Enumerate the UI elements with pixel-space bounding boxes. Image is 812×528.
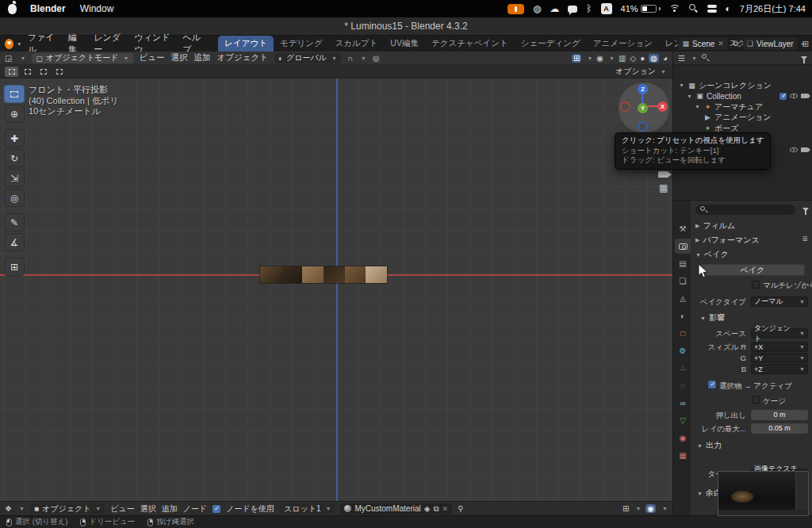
slot-dropdown[interactable]: スロット1 ▼ bbox=[280, 503, 335, 514]
material-datablock[interactable]: MyCustomMaterial ◈ ⧉ ✕ bbox=[340, 503, 452, 515]
snap-magnet-icon[interactable]: ∩ bbox=[347, 54, 353, 63]
object-menu[interactable]: オブジェクト bbox=[217, 52, 268, 63]
shading-solid-icon[interactable]: ● bbox=[640, 54, 645, 63]
navigation-gizmo[interactable]: Z X Y bbox=[619, 82, 669, 133]
gizmo-minus-x-dot[interactable] bbox=[620, 101, 630, 112]
editor-type-icon[interactable]: ◲ bbox=[5, 54, 12, 63]
mode-selector[interactable]: ◻ オブジェクトモード ▼ bbox=[32, 53, 132, 63]
clock[interactable]: 7月26日(土) 7:44 bbox=[740, 3, 806, 15]
ray-distance-field[interactable]: 0.05 m bbox=[751, 423, 808, 434]
shading-rendered-icon[interactable]: ◕ bbox=[663, 54, 668, 63]
messages-icon[interactable] bbox=[568, 6, 577, 13]
bake-button[interactable]: ベイク bbox=[700, 264, 805, 276]
tab-modeling[interactable]: モデリング bbox=[274, 36, 329, 52]
shader-node-menu[interactable]: ノード bbox=[183, 503, 207, 515]
add-menu[interactable]: 追加 bbox=[194, 52, 211, 63]
viewport-canvas[interactable]: ⊕ ✚ ↻ ⇲ ◎ ✎ ∡ ⊞ フロント・平行投影 (40) Collectio… bbox=[0, 78, 672, 501]
input-source-icon[interactable]: A bbox=[601, 3, 612, 14]
eye-icon[interactable] bbox=[790, 94, 798, 98]
tool-cursor[interactable]: ⊕ bbox=[4, 105, 25, 123]
tab-material[interactable]: ◉ bbox=[675, 430, 691, 446]
tool-rotate[interactable]: ↻ bbox=[4, 149, 25, 167]
multires-checkbox[interactable] bbox=[752, 281, 760, 289]
panel-film[interactable]: ▶ フィルム bbox=[695, 220, 735, 231]
camera-visibility-icon[interactable] bbox=[801, 147, 808, 152]
space-dropdown[interactable]: タンジェント ▼ bbox=[751, 328, 808, 339]
tool-measure[interactable]: ∡ bbox=[4, 233, 25, 251]
tab-texture[interactable]: ▦ bbox=[675, 448, 691, 463]
tab-scene[interactable]: ◬ bbox=[675, 291, 691, 306]
panel-bake[interactable]: ▼ ベイク bbox=[695, 249, 729, 260]
gizmo-y-dot[interactable]: Y bbox=[638, 103, 648, 113]
copy-scene-icon[interactable]: ⧉ bbox=[733, 39, 738, 48]
tool-add-cube[interactable]: ⊞ bbox=[4, 258, 25, 276]
tab-modifiers[interactable]: ⚙ bbox=[675, 343, 691, 358]
outliner-row-scene-collection[interactable]: ▼ ▦ シーンコレクション bbox=[673, 80, 812, 91]
select-mode-intersect-icon[interactable] bbox=[52, 67, 66, 77]
recording-indicator-icon[interactable] bbox=[508, 4, 524, 14]
tab-texture-paint[interactable]: テクスチャペイント bbox=[425, 36, 515, 52]
shader-type-dropdown[interactable]: ■ オブジェクト ▼ bbox=[30, 503, 105, 514]
camera-view-icon[interactable] bbox=[658, 169, 668, 180]
overlays-toggle-icon[interactable]: ◉ bbox=[596, 54, 603, 63]
siri-icon[interactable]: ◐ bbox=[726, 4, 731, 13]
proportional-edit-icon[interactable]: ◎ bbox=[373, 54, 380, 63]
tab-view-layer[interactable]: ❏ bbox=[675, 274, 691, 289]
disclosure-icon[interactable]: ▼ bbox=[678, 82, 685, 88]
viewlayer-selector[interactable]: ❏ ViewLayer bbox=[743, 38, 798, 50]
grid-toggle-icon[interactable]: ▦ bbox=[659, 182, 668, 193]
bake-type-dropdown[interactable]: ノーマル ▼ bbox=[751, 297, 808, 307]
app-menu[interactable]: Blender bbox=[30, 3, 66, 14]
tool-move[interactable]: ✚ bbox=[4, 129, 25, 147]
outliner-row-animation[interactable]: ▶ アニメーション bbox=[673, 113, 812, 124]
scene-selector[interactable]: ▦ Scene ✕ bbox=[678, 38, 727, 50]
blender-logo-icon[interactable] bbox=[5, 39, 13, 49]
selected-to-active-checkbox[interactable] bbox=[708, 381, 716, 388]
properties-search-input[interactable] bbox=[695, 205, 795, 215]
tab-sculpting[interactable]: スカルプト bbox=[329, 36, 385, 52]
cloud-icon[interactable]: ☁ bbox=[550, 4, 559, 13]
gizmo-z-dot[interactable]: Z bbox=[638, 84, 648, 94]
tab-physics[interactable]: ◌ bbox=[675, 378, 691, 393]
select-mode-extend-icon[interactable] bbox=[21, 67, 34, 77]
tab-animation[interactable]: アニメーション bbox=[587, 36, 659, 52]
battery-indicator[interactable]: 41% bbox=[621, 4, 661, 13]
tab-uv-editing[interactable]: UV編集 bbox=[384, 36, 425, 52]
outliner-row-armature[interactable]: ▼ ✦ アーマチュア bbox=[673, 101, 812, 113]
collection-checkbox[interactable] bbox=[779, 93, 787, 100]
unlink-scene-icon[interactable]: ✕ bbox=[718, 40, 724, 48]
tab-world[interactable]: ◐ bbox=[675, 308, 691, 323]
apple-menu-icon[interactable] bbox=[8, 4, 17, 14]
cage-checkbox[interactable] bbox=[752, 396, 760, 404]
tab-object[interactable]: □ bbox=[675, 326, 691, 341]
swizzle-g-dropdown[interactable]: +Y ▼ bbox=[751, 353, 808, 363]
properties-filter-icon[interactable] bbox=[802, 208, 809, 212]
swizzle-b-dropdown[interactable]: +Z ▼ bbox=[751, 364, 808, 374]
extrusion-field[interactable]: 0 m bbox=[751, 410, 808, 420]
shader-view-menu[interactable]: ビュー bbox=[110, 503, 134, 515]
stats-icon[interactable]: ◍ bbox=[533, 4, 541, 13]
disclosure-icon[interactable]: ▼ bbox=[686, 94, 693, 99]
select-mode-subtract-icon[interactable] bbox=[36, 67, 50, 77]
preset-list-icon[interactable]: ≣ bbox=[802, 235, 808, 243]
select-mode-new-icon[interactable] bbox=[5, 67, 18, 77]
unlink-material-icon[interactable]: ✕ bbox=[442, 505, 449, 513]
tab-shading[interactable]: シェーディング bbox=[515, 36, 587, 52]
tab-output[interactable]: ▤ bbox=[675, 256, 691, 271]
tab-layout[interactable]: レイアウト bbox=[218, 36, 274, 52]
fake-user-shield-icon[interactable]: ◈ bbox=[424, 504, 431, 513]
tab-render[interactable] bbox=[675, 239, 691, 254]
wifi-icon[interactable] bbox=[669, 5, 680, 13]
section-influence[interactable]: ▼ 影響 bbox=[700, 312, 725, 323]
camera-visibility-icon[interactable] bbox=[801, 94, 808, 98]
outliner-search-icon[interactable] bbox=[702, 54, 710, 62]
view-menu[interactable]: ビュー bbox=[140, 52, 165, 63]
tab-object-data[interactable]: ▽ bbox=[675, 413, 691, 428]
outliner-editor-icon[interactable]: ☰ bbox=[678, 54, 685, 63]
transform-orientation[interactable]: ◐ グローバル ▼ bbox=[274, 53, 341, 63]
tool-transform[interactable]: ◎ bbox=[4, 189, 25, 207]
tab-constraints[interactable]: ∞ bbox=[675, 396, 691, 411]
overlay-icon[interactable]: ◉ bbox=[645, 504, 656, 513]
section-output[interactable]: ▼ 出力 bbox=[697, 440, 722, 451]
xray-toggle-icon[interactable]: ▥ bbox=[619, 54, 626, 63]
